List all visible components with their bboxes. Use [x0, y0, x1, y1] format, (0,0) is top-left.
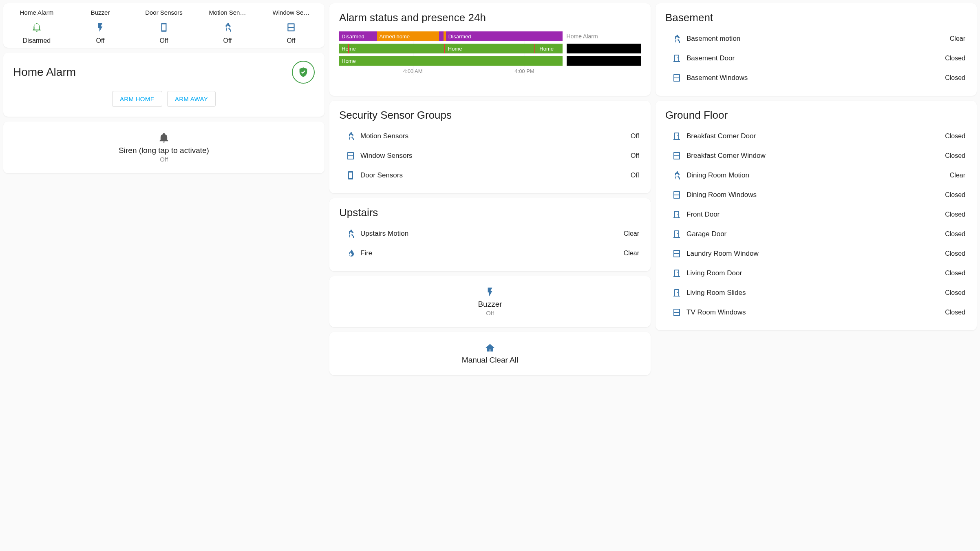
glance-card: Home Alarm Disarmed Buzzer Off Door Sens… — [3, 3, 324, 48]
glance-item-label: Motion Sen… — [199, 9, 256, 16]
upstairs-title: Upstairs — [339, 206, 641, 219]
entity-row[interactable]: Motion Sensors Off — [339, 126, 641, 146]
entity-row[interactable]: Door Sensors Off — [339, 166, 641, 185]
entity-row[interactable]: Living Room Door Closed — [665, 263, 967, 283]
shield-check-icon — [292, 61, 315, 84]
walk-icon — [199, 21, 256, 34]
entity-state: Closed — [945, 55, 965, 62]
sensor-groups-title: Security Sensor Groups — [339, 109, 641, 122]
entity-row[interactable]: Breakfast Corner Window Closed — [665, 146, 967, 166]
timeline-axis-tick: 4:00 AM — [403, 68, 423, 74]
entity-row[interactable]: Garage Door Closed — [665, 224, 967, 244]
entity-state: Closed — [945, 230, 965, 238]
basement-card: Basement Basement motion Clear Basement … — [656, 3, 977, 96]
timeline-row-label — [567, 44, 641, 53]
entity-row[interactable]: Living Room Slides Closed — [665, 283, 967, 303]
walk-icon — [667, 170, 686, 180]
manual-clear-label: Manual Clear All — [338, 356, 642, 365]
entity-state: Closed — [945, 152, 965, 159]
arm-home-button[interactable]: ARM HOME — [112, 91, 162, 107]
glance-item-state: Off — [135, 37, 192, 44]
glance-item-state: Off — [263, 37, 320, 44]
entity-row[interactable]: TV Room Windows Closed — [665, 303, 967, 322]
buzzer-card[interactable]: Buzzer Off — [329, 276, 651, 327]
arm-away-button[interactable]: ARM AWAY — [167, 91, 216, 107]
bell-outline-icon — [8, 21, 65, 34]
entity-state: Closed — [945, 289, 965, 297]
entity-row[interactable]: Upstairs Motion Clear — [339, 224, 641, 243]
glance-item[interactable]: Home Alarm Disarmed — [7, 7, 67, 46]
entity-name: Front Door — [686, 210, 945, 219]
entity-state: Clear — [950, 35, 965, 42]
timeline-segment: Disarmed — [339, 31, 377, 41]
glance-item-label: Buzzer — [72, 9, 129, 16]
siren-label: Siren (long tap to activate) — [11, 146, 316, 155]
entity-name: Fire — [360, 249, 624, 257]
walk-icon — [341, 131, 360, 141]
upstairs-card: Upstairs Upstairs Motion Clear Fire Clea… — [329, 198, 651, 271]
entity-name: Basement Door — [686, 54, 945, 62]
entity-row[interactable]: Basement motion Clear — [665, 29, 967, 49]
manual-clear-all-card[interactable]: Manual Clear All — [329, 332, 651, 375]
entity-state: Closed — [945, 211, 965, 218]
entity-state: Closed — [945, 191, 965, 199]
entity-name: Motion Sensors — [360, 132, 631, 140]
entity-state: Clear — [624, 250, 639, 257]
timeline-row-label — [567, 56, 641, 66]
home-icon — [338, 343, 642, 353]
glance-item-state: Off — [199, 37, 256, 44]
entity-state: Off — [631, 133, 639, 140]
siren-card[interactable]: Siren (long tap to activate) Off — [3, 122, 324, 173]
entity-name: Window Sensors — [360, 152, 631, 160]
door-icon — [667, 131, 686, 141]
sensor-groups-card: Security Sensor Groups Motion Sensors Of… — [329, 101, 651, 193]
cellphone-icon — [135, 21, 192, 34]
timeline-row: Home — [339, 56, 641, 66]
entity-row[interactable]: Front Door Closed — [665, 205, 967, 224]
entity-row[interactable]: Laundry Room Window Closed — [665, 244, 967, 263]
entity-row[interactable]: Window Sensors Off — [339, 146, 641, 166]
entity-row[interactable]: Dining Room Motion Clear — [665, 166, 967, 185]
entity-row[interactable]: Basement Door Closed — [665, 49, 967, 68]
glance-item[interactable]: Door Sensors Off — [134, 7, 194, 46]
entity-name: Breakfast Corner Window — [686, 152, 945, 160]
entity-row[interactable]: Dining Room Windows Closed — [665, 185, 967, 205]
door-icon — [667, 210, 686, 219]
entity-name: TV Room Windows — [686, 308, 945, 316]
timeline-axis-tick: 4:00 PM — [514, 68, 534, 74]
glance-item-label: Door Sensors — [135, 9, 192, 16]
ground-floor-card: Ground Floor Breakfast Corner Door Close… — [656, 101, 977, 330]
entity-name: Basement motion — [686, 35, 950, 43]
walk-icon — [667, 34, 686, 44]
glance-item[interactable]: Motion Sen… Off — [197, 7, 258, 46]
glance-item[interactable]: Window Se… Off — [261, 7, 321, 46]
flash-icon — [338, 287, 642, 297]
flash-icon — [72, 21, 129, 34]
timeline-row: DisarmedArmed homeDisarmedHome Alarm — [339, 31, 641, 41]
entity-name: Basement Windows — [686, 74, 945, 82]
entity-row[interactable]: Breakfast Corner Door Closed — [665, 126, 967, 146]
entity-state: Off — [631, 152, 639, 159]
entity-name: Dining Room Motion — [686, 171, 950, 179]
glance-item[interactable]: Buzzer Off — [70, 7, 130, 46]
timeline-title: Alarm status and presence 24h — [339, 11, 641, 24]
window-icon — [667, 190, 686, 200]
entity-row[interactable]: Fire Clear — [339, 243, 641, 263]
entity-row[interactable]: Basement Windows Closed — [665, 68, 967, 88]
ground-floor-title: Ground Floor — [665, 109, 967, 122]
timeline-row: HomeHomeHome — [339, 44, 641, 53]
door-icon — [667, 229, 686, 239]
door-icon — [667, 288, 686, 298]
siren-state: Off — [11, 156, 316, 163]
window-icon — [667, 73, 686, 83]
fire-icon — [341, 248, 360, 258]
window-icon — [667, 249, 686, 259]
entity-state: Off — [631, 172, 639, 179]
timeline-card: Alarm status and presence 24h DisarmedAr… — [329, 3, 651, 96]
window-icon — [263, 21, 320, 34]
timeline-segment — [439, 31, 444, 41]
entity-state: Closed — [945, 250, 965, 257]
walk-icon — [341, 229, 360, 239]
glance-item-label: Window Se… — [263, 9, 320, 16]
timeline-row-label: Home Alarm — [567, 33, 641, 40]
